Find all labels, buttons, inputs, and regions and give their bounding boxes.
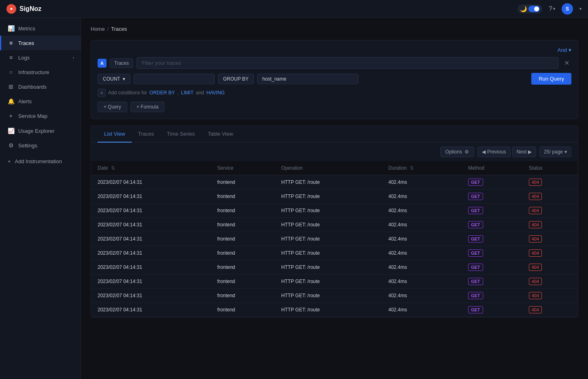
add-formula-button[interactable]: + Formula: [130, 102, 164, 112]
sidebar-item-usage-explorer[interactable]: 📈 Usage Explorer: [0, 123, 81, 138]
table-row[interactable]: 2023/02/07 04:14:31 frontend HTTP GET: /…: [91, 175, 578, 190]
table-row[interactable]: 2023/02/07 04:14:31 frontend HTTP GET: /…: [91, 260, 578, 275]
sidebar-item-metrics[interactable]: 📊 Metrics: [0, 21, 81, 36]
sidebar-item-service-map[interactable]: ⌖ Service Map: [0, 109, 81, 123]
duration-sort-icon: ⇅: [410, 165, 414, 171]
cell-method: GET: [462, 260, 522, 275]
cell-duration: 402.4ms: [382, 275, 462, 289]
add-conditions-button[interactable]: +: [98, 89, 106, 97]
and-selector[interactable]: And ▾: [558, 47, 571, 53]
table-controls: Options ⚙ ◀ Previous Next ▶ 25/ page ▾: [91, 143, 578, 161]
next-button[interactable]: Next ▶: [512, 147, 537, 157]
table-row[interactable]: 2023/02/07 04:14:31 frontend HTTP GET: /…: [91, 246, 578, 260]
table-row[interactable]: 2023/02/07 04:14:31 frontend HTTP GET: /…: [91, 289, 578, 303]
date-sort-icon: ⇅: [111, 165, 115, 171]
user-chevron-icon: ▾: [579, 6, 582, 11]
help-button[interactable]: ? ▾: [549, 5, 555, 13]
cell-date: 2023/02/07 04:14:31: [91, 303, 211, 317]
status-badge: 404: [529, 306, 542, 313]
cell-date: 2023/02/07 04:14:31: [91, 204, 211, 218]
method-badge: GET: [468, 306, 483, 313]
previous-label: Previous: [487, 149, 506, 155]
cell-operation: HTTP GET: /route: [275, 190, 382, 204]
body-layout: 📊 Metrics ≡ Traces ≡ Logs › ○ Infrastruc…: [0, 18, 588, 379]
having-link[interactable]: HAVING: [207, 90, 225, 96]
breadcrumb-separator: /: [107, 26, 109, 32]
user-avatar-button[interactable]: S: [562, 3, 573, 15]
cell-service: frontend: [211, 289, 275, 303]
col-duration[interactable]: Duration ⇅: [382, 161, 462, 175]
sidebar-item-settings[interactable]: ⚙ Settings: [0, 138, 81, 153]
add-instrumentation-icon: +: [8, 158, 11, 164]
table-row[interactable]: 2023/02/07 04:14:31 frontend HTTP GET: /…: [91, 218, 578, 232]
group-by-value[interactable]: host_name: [257, 74, 358, 84]
add-query-button[interactable]: + Query: [98, 102, 127, 112]
cell-operation: HTTP GET: /route: [275, 204, 382, 218]
table-row[interactable]: 2023/02/07 04:14:31 frontend HTTP GET: /…: [91, 232, 578, 246]
and-chevron-icon: ▾: [569, 47, 571, 53]
cell-method: GET: [462, 232, 522, 246]
count-button[interactable]: COUNT ▾: [98, 74, 130, 84]
cell-operation: HTTP GET: /route: [275, 175, 382, 190]
options-button[interactable]: Options ⚙: [440, 147, 474, 157]
conditions-row: + Add conditions for ORDER BY, LIMIT and…: [98, 89, 571, 97]
cell-operation: HTTP GET: /route: [275, 260, 382, 275]
results-tabs: List View Traces Time Series Table View: [91, 126, 578, 143]
cell-duration: 402.4ms: [382, 289, 462, 303]
next-label: Next: [517, 149, 527, 155]
limit-link[interactable]: LIMIT: [181, 90, 194, 96]
run-query-button[interactable]: Run Query: [531, 73, 571, 85]
tab-table-view[interactable]: Table View: [201, 126, 240, 143]
previous-button[interactable]: ◀ Previous: [477, 147, 511, 157]
group-by-label: GROUP BY: [218, 74, 254, 84]
moon-icon: 🌙: [520, 6, 527, 12]
cell-operation: HTTP GET: /route: [275, 218, 382, 232]
sidebar-item-dashboards[interactable]: ⊞ Dashboards: [0, 79, 81, 94]
main-content: Home / Traces And ▾ A Traces ✕: [81, 18, 588, 379]
sidebar-item-alerts[interactable]: 🔔 Alerts: [0, 94, 81, 109]
table-row[interactable]: 2023/02/07 04:14:31 frontend HTTP GET: /…: [91, 204, 578, 218]
clear-filter-button[interactable]: ✕: [562, 58, 571, 68]
tab-list-view[interactable]: List View: [98, 126, 132, 143]
table-row[interactable]: 2023/02/07 04:14:31 frontend HTTP GET: /…: [91, 303, 578, 317]
tab-time-series[interactable]: Time Series: [160, 126, 201, 143]
logs-arrow-icon: ›: [73, 55, 74, 60]
results-section: List View Traces Time Series Table View …: [91, 126, 578, 317]
cell-date: 2023/02/07 04:14:31: [91, 275, 211, 289]
table-row[interactable]: 2023/02/07 04:14:31 frontend HTTP GET: /…: [91, 275, 578, 289]
method-badge: GET: [468, 221, 483, 228]
cell-duration: 402.4ms: [382, 190, 462, 204]
and-label: And: [558, 47, 567, 53]
cell-service: frontend: [211, 204, 275, 218]
theme-toggle-button[interactable]: 🌙: [518, 4, 542, 13]
sidebar-item-logs[interactable]: ≡ Logs ›: [0, 50, 81, 65]
pagination-controls: ◀ Previous Next ▶: [477, 147, 536, 157]
cell-date: 2023/02/07 04:14:31: [91, 289, 211, 303]
tab-traces[interactable]: Traces: [132, 126, 160, 143]
cell-operation: HTTP GET: /route: [275, 303, 382, 317]
method-badge: GET: [468, 278, 483, 285]
col-date[interactable]: Date ⇅: [91, 161, 211, 175]
sidebar-item-traces[interactable]: ≡ Traces: [0, 36, 81, 50]
method-badge: GET: [468, 179, 483, 186]
query-row: A Traces ✕: [98, 57, 571, 69]
cell-status: 404: [522, 246, 578, 260]
page-size-button[interactable]: 25/ page ▾: [539, 147, 571, 157]
cell-duration: 402.4ms: [382, 260, 462, 275]
table-row[interactable]: 2023/02/07 04:14:31 frontend HTTP GET: /…: [91, 190, 578, 204]
cell-service: frontend: [211, 218, 275, 232]
status-badge: 404: [529, 221, 542, 228]
sidebar: 📊 Metrics ≡ Traces ≡ Logs › ○ Infrastruc…: [0, 18, 81, 379]
sidebar-item-add-instrumentation[interactable]: + Add Instrumentation: [0, 154, 81, 168]
cell-service: frontend: [211, 275, 275, 289]
cell-duration: 402.4ms: [382, 204, 462, 218]
method-badge: GET: [468, 292, 483, 299]
filter-input[interactable]: [136, 57, 558, 69]
metrics-icon: 📊: [8, 25, 14, 32]
sidebar-item-infrastructure[interactable]: ○ Infrastructure: [0, 65, 81, 79]
order-by-link[interactable]: ORDER BY: [149, 90, 175, 96]
breadcrumb-home[interactable]: Home: [91, 26, 105, 32]
col-operation: Operation: [275, 161, 382, 175]
cell-duration: 402.4ms: [382, 218, 462, 232]
metric-input[interactable]: [134, 74, 215, 84]
